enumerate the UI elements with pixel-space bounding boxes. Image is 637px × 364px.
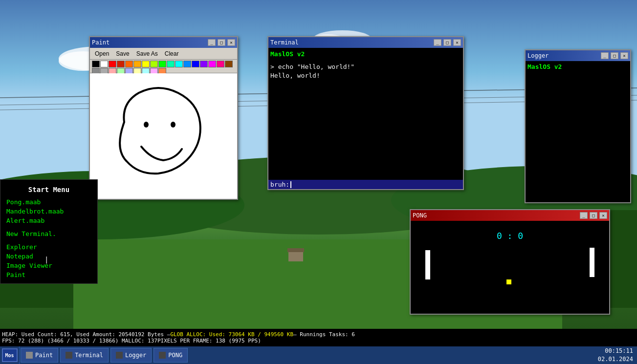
clock-date: 02.01.2024	[598, 355, 633, 364]
paint-menu-open[interactable]: Open	[92, 49, 112, 58]
paint-menu-save[interactable]: Save	[113, 49, 132, 58]
start-menu: Start Menu Pong.maab Mandelbrot.maab Ale…	[0, 179, 98, 284]
paint-menu-saveas[interactable]: Save As	[133, 49, 161, 58]
paint-taskbar-icon	[26, 352, 33, 359]
status-pixels: PIXELS PER FRAME: 138 (9975 PPS)	[157, 338, 261, 344]
start-menu-alert[interactable]: Alert.maab	[0, 216, 97, 225]
start-menu-title: Start Menu	[0, 184, 97, 197]
pong-ball	[506, 279, 511, 284]
pong-taskbar-icon	[159, 352, 166, 359]
pong-titlebar[interactable]: PONG _ □ ✕	[411, 210, 609, 221]
terminal-titlebar[interactable]: Terminal _ □ ✕	[268, 37, 463, 48]
logger-titlebar[interactable]: Logger _ □ ✕	[526, 50, 630, 61]
paint-drawing	[95, 78, 227, 186]
terminal-window: Terminal _ □ ✕ MaslOS v2 > echo "Hello, …	[267, 36, 464, 190]
start-menu-notepad[interactable]: Notepad	[0, 252, 97, 261]
start-menu-image-viewer[interactable]: Image Viewer	[0, 261, 97, 270]
taskbar-btn-pong[interactable]: PONG	[154, 348, 188, 363]
color-dark-red[interactable]	[117, 61, 125, 67]
terminal-taskbar-icon	[66, 352, 72, 359]
color-blue[interactable]	[192, 61, 199, 67]
terminal-input-row[interactable]: bruh:	[268, 180, 463, 189]
pong-window: PONG _ □ ✕ 0 : 0	[410, 209, 610, 315]
logger-maximize-btn[interactable]: □	[611, 52, 618, 59]
logger-minimize-btn[interactable]: _	[601, 52, 609, 59]
color-black[interactable]	[92, 61, 100, 67]
pong-title: PONG	[413, 212, 578, 219]
status-heap: HEAP: Used Count: 615, Used Amount: 2054…	[2, 331, 170, 338]
taskbar-btn-paint[interactable]: Paint	[21, 348, 58, 363]
paint-menu-clear[interactable]: Clear	[162, 49, 182, 58]
start-menu-separator	[0, 225, 97, 229]
start-menu-new-terminal[interactable]: New Terminal.	[0, 229, 97, 238]
color-sky-blue[interactable]	[183, 61, 191, 67]
cursor-indicator: |	[44, 256, 48, 263]
color-white[interactable]	[100, 61, 108, 67]
paint-canvas[interactable]	[90, 73, 237, 199]
terminal-maaslos-label: MaslOS v2	[270, 50, 461, 59]
start-menu-mandelbrot[interactable]: Mandelbrot.maab	[0, 207, 97, 216]
start-menu-pong[interactable]: Pong.maab	[0, 197, 97, 207]
pong-close-btn[interactable]: ✕	[599, 212, 607, 219]
terminal-line-1: > echo "Hello, world!"	[270, 63, 461, 71]
status-fps: FPS: 72 (288) (3466 / 10333 / 13866) MAL…	[2, 338, 157, 344]
color-pink[interactable]	[217, 61, 224, 67]
paint-window: Paint _ □ ✕ Open Save Save As Clear	[89, 36, 238, 200]
color-magenta[interactable]	[208, 61, 216, 67]
logger-body: MaslOS v2	[526, 61, 630, 202]
status-tasks: – Runnings Tasks: 6	[293, 331, 355, 338]
paint-close-btn[interactable]: ✕	[227, 39, 235, 46]
paint-title: Paint	[92, 39, 206, 46]
taskbar-terminal-label: Terminal	[75, 352, 103, 359]
terminal-close-btn[interactable]: ✕	[453, 39, 461, 46]
pong-paddle-left	[425, 250, 430, 279]
logger-title: Logger	[527, 52, 599, 59]
terminal-cursor	[290, 181, 291, 188]
terminal-maximize-btn[interactable]: □	[443, 39, 451, 46]
color-purple[interactable]	[200, 61, 208, 67]
paint-minimize-btn[interactable]: _	[208, 39, 216, 46]
color-yellow-green[interactable]	[150, 61, 158, 67]
logger-taskbar-icon	[116, 352, 123, 359]
start-menu-paint[interactable]: Paint	[0, 270, 97, 279]
status-line-1: HEAP: Used Count: 615, Used Amount: 2054…	[2, 331, 635, 338]
pong-minimize-btn[interactable]: _	[580, 212, 588, 219]
color-cyan[interactable]	[175, 61, 183, 67]
pong-score-right: 0	[518, 231, 523, 241]
color-amber[interactable]	[133, 61, 141, 67]
color-yellow[interactable]	[142, 61, 150, 67]
terminal-title: Terminal	[270, 39, 432, 46]
color-green[interactable]	[158, 61, 166, 67]
paint-color-palette	[90, 60, 237, 73]
paint-titlebar[interactable]: Paint _ □ ✕	[90, 37, 237, 48]
status-line-2: FPS: 72 (288) (3466 / 10333 / 13866) MAL…	[2, 338, 635, 344]
start-menu-explorer[interactable]: Explorer	[0, 242, 97, 252]
taskbar-btn-terminal[interactable]: Terminal	[60, 348, 109, 363]
logger-close-btn[interactable]: ✕	[620, 52, 628, 59]
color-brown[interactable]	[225, 61, 233, 67]
pong-score-separator: :	[507, 231, 518, 241]
taskbar-logger-label: Logger	[125, 352, 146, 359]
clock-time: 00:15:11	[598, 347, 633, 355]
color-red[interactable]	[109, 61, 116, 67]
start-menu-separator-2	[0, 238, 97, 242]
terminal-body[interactable]: MaslOS v2 > echo "Hello, world!" Hello, …	[268, 48, 463, 189]
logger-window: Logger _ □ ✕ MaslOS v2	[525, 49, 631, 203]
mos-logo-text: Mos	[5, 353, 14, 358]
statusbar: HEAP: Used Count: 615, Used Amount: 2054…	[0, 329, 637, 346]
svg-point-23	[171, 122, 176, 128]
paint-maximize-btn[interactable]: □	[218, 39, 225, 46]
paint-menu-bar: Open Save Save As Clear	[90, 48, 237, 60]
taskbar: Mos Paint Terminal Logger PONG 00:15:11 …	[0, 346, 637, 364]
pong-restore-btn[interactable]: □	[590, 212, 597, 219]
color-sea-green[interactable]	[167, 61, 175, 67]
terminal-minimize-btn[interactable]: _	[434, 39, 441, 46]
taskbar-clock: 00:15:11 02.01.2024	[598, 347, 637, 364]
taskbar-logo[interactable]: Mos	[0, 346, 20, 364]
status-glob: GLOB ALLOC: Used: 73064 KB / 949560 KB	[170, 331, 293, 338]
pong-paddle-right	[590, 248, 594, 277]
svg-point-22	[144, 122, 149, 128]
taskbar-paint-label: Paint	[35, 352, 53, 359]
taskbar-btn-logger[interactable]: Logger	[110, 348, 152, 363]
color-orange[interactable]	[125, 61, 133, 67]
